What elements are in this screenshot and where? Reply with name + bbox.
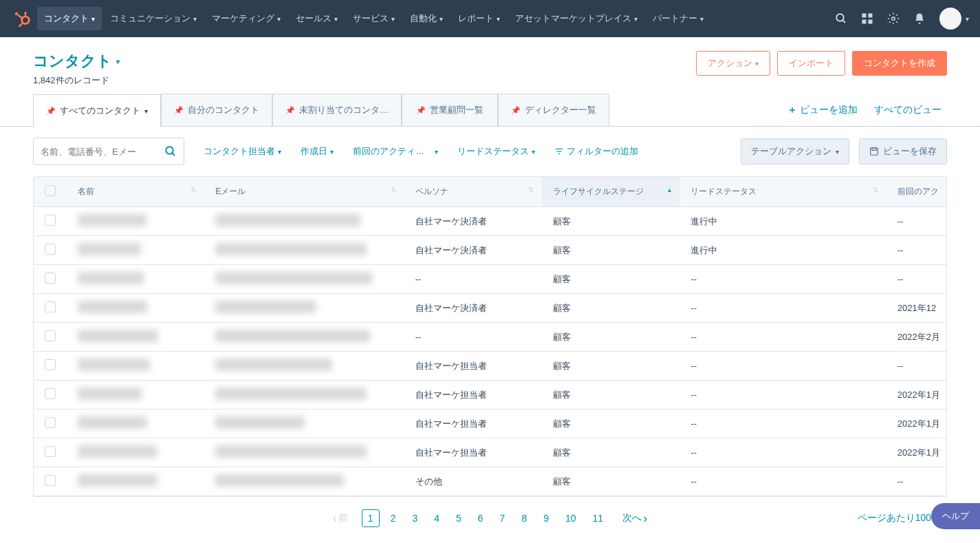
add-view-button[interactable]: ＋ビューを追加 (787, 104, 858, 116)
filter-last-activity[interactable]: 前回のアクティ… ▾ (353, 145, 438, 158)
nav-marketplace[interactable]: アセットマーケットプレイス▾ (508, 7, 644, 30)
actions-button[interactable]: アクション ▾ (696, 51, 770, 76)
svg-line-5 (21, 23, 23, 25)
lead-cell: -- (679, 438, 886, 467)
row-checkbox[interactable] (45, 215, 56, 226)
row-checkbox[interactable] (45, 446, 56, 457)
nav-automation[interactable]: 自動化▾ (403, 7, 450, 30)
col-lead-status[interactable]: リードステータス⇅ (679, 177, 886, 207)
table-row[interactable]: 自社マーケ担当者 顧客 -- 2022年1月 (34, 438, 946, 467)
row-checkbox[interactable] (45, 359, 56, 370)
page-title-dropdown[interactable]: コンタクト▾ (33, 51, 120, 72)
search-box[interactable] (33, 138, 184, 165)
row-checkbox[interactable] (45, 244, 56, 255)
page-number[interactable]: 10 (560, 510, 582, 526)
page-number[interactable]: 9 (538, 510, 554, 526)
prev-page-button[interactable]: ‹前 (333, 511, 348, 526)
pin-icon: 📌 (416, 106, 426, 115)
table-row[interactable]: 自社マーケ担当者 顧客 -- 2022年1月 (34, 409, 946, 438)
table-row[interactable]: -- 顧客 -- 2022年2月 (34, 323, 946, 352)
filter-owner[interactable]: コンタクト担当者▾ (204, 145, 281, 158)
page-number[interactable]: 4 (428, 510, 445, 526)
nav-label: レポート (458, 12, 494, 25)
page-number[interactable]: 6 (472, 510, 489, 526)
row-checkbox[interactable] (45, 388, 56, 399)
select-all-checkbox[interactable] (45, 185, 56, 196)
page-number[interactable]: 5 (450, 510, 467, 526)
search-icon[interactable] (835, 12, 847, 25)
svg-point-6 (19, 25, 21, 28)
contacts-table: 名前⇅ Eメール⇅ ペルソナ⇅ ライフサイクルステージ▴ リードステータス⇅ 前… (34, 177, 946, 496)
page-number[interactable]: 2 (385, 510, 402, 526)
pin-icon: 📌 (46, 107, 56, 116)
page-number[interactable]: 11 (587, 510, 609, 526)
row-checkbox[interactable] (45, 330, 56, 341)
tab-label: すべてのコンタクト (60, 105, 140, 117)
help-button[interactable]: ヘルプ (931, 503, 980, 529)
tab-my-contacts[interactable]: 📌自分のコンタクト (161, 94, 272, 126)
row-checkbox[interactable] (45, 475, 56, 486)
col-last-activity[interactable]: 前回のアク (886, 177, 946, 207)
import-button[interactable]: インポート (777, 51, 845, 76)
chevron-down-icon: ▾ (116, 58, 120, 65)
table-row[interactable]: 自社マーケ決済者 顧客 進行中 -- (34, 207, 946, 236)
table-row[interactable]: 自社マーケ決済者 顧客 進行中 -- (34, 236, 946, 265)
add-filter-button[interactable]: フィルターの追加 (554, 145, 638, 158)
page-number[interactable]: 1 (362, 509, 380, 527)
tab-unassigned[interactable]: 📌未割り当てのコンタ… (272, 94, 402, 126)
nav-items: コンタクト▾ コミュニケーション▾ マーケティング▾ セールス▾ サービス▾ 自… (37, 7, 710, 30)
col-email[interactable]: Eメール⇅ (204, 177, 404, 207)
nav-service[interactable]: サービス▾ (346, 7, 402, 30)
stage-cell: 顧客 (542, 467, 679, 496)
lead-cell: -- (679, 294, 886, 323)
svg-rect-19 (871, 148, 878, 156)
sort-icon: ⇅ (873, 186, 878, 193)
col-persona[interactable]: ペルソナ⇅ (404, 177, 542, 207)
save-view-button[interactable]: ビューを保存 (859, 138, 947, 164)
nav-right: ▾ (835, 8, 969, 30)
table-row[interactable]: -- 顧客 -- -- (34, 265, 946, 294)
nav-marketing[interactable]: マーケティング▾ (205, 7, 287, 30)
nav-partner[interactable]: パートナー▾ (646, 7, 710, 30)
create-contact-button[interactable]: コンタクトを作成 (852, 51, 947, 76)
page-number[interactable]: 7 (494, 510, 511, 526)
row-checkbox[interactable] (45, 301, 56, 312)
next-page-button[interactable]: 次へ› (622, 511, 647, 526)
page-number[interactable]: 8 (516, 510, 532, 526)
table-row[interactable]: その他 顧客 -- -- (34, 467, 946, 496)
col-name[interactable]: 名前⇅ (67, 177, 204, 207)
table-row[interactable]: 自社マーケ決済者 顧客 -- 2021年12 (34, 294, 946, 323)
table-row[interactable]: 自社マーケ担当者 顧客 -- 2022年1月 (34, 381, 946, 409)
avatar (939, 8, 961, 30)
nav-sales[interactable]: セールス▾ (289, 7, 345, 30)
filter-lead-status[interactable]: リードステータス▾ (457, 145, 535, 158)
table-row[interactable]: 自社マーケ担当者 顧客 -- -- (34, 352, 946, 381)
nav-label: コンタクト (44, 12, 89, 25)
tab-all-contacts[interactable]: 📌すべてのコンタクト▾ (33, 94, 161, 127)
tab-label: 営業顧問一覧 (430, 104, 483, 116)
search-input[interactable] (41, 147, 164, 157)
nav-reports[interactable]: レポート▾ (451, 7, 507, 30)
marketplace-icon[interactable] (861, 12, 873, 25)
row-checkbox[interactable] (45, 273, 56, 284)
table-action-button[interactable]: テーブルアクション▾ (741, 138, 849, 164)
table-scroll[interactable]: 名前⇅ Eメール⇅ ペルソナ⇅ ライフサイクルステージ▴ リードステータス⇅ 前… (34, 177, 946, 496)
tab-sales-advisors[interactable]: 📌営業顧問一覧 (402, 94, 498, 126)
email-cell (215, 301, 316, 313)
nav-contacts[interactable]: コンタクト▾ (37, 7, 102, 30)
filter-label: フィルターの追加 (567, 145, 638, 158)
tab-directors[interactable]: 📌ディレクター一覧 (498, 94, 609, 126)
all-views-link[interactable]: すべてのビュー (874, 104, 941, 116)
nav-label: マーケティング (212, 12, 274, 25)
account-menu[interactable]: ▾ (939, 8, 969, 30)
col-label: 名前 (78, 187, 94, 196)
lead-cell: -- (679, 265, 886, 294)
nav-communication[interactable]: コミュニケーション▾ (103, 7, 204, 30)
stage-cell: 顧客 (542, 265, 679, 294)
col-lifecycle[interactable]: ライフサイクルステージ▴ (542, 177, 679, 207)
bell-icon[interactable] (913, 12, 926, 25)
row-checkbox[interactable] (45, 417, 56, 428)
gear-icon[interactable] (887, 12, 900, 25)
page-number[interactable]: 3 (406, 510, 423, 526)
filter-created[interactable]: 作成日▾ (301, 145, 334, 158)
